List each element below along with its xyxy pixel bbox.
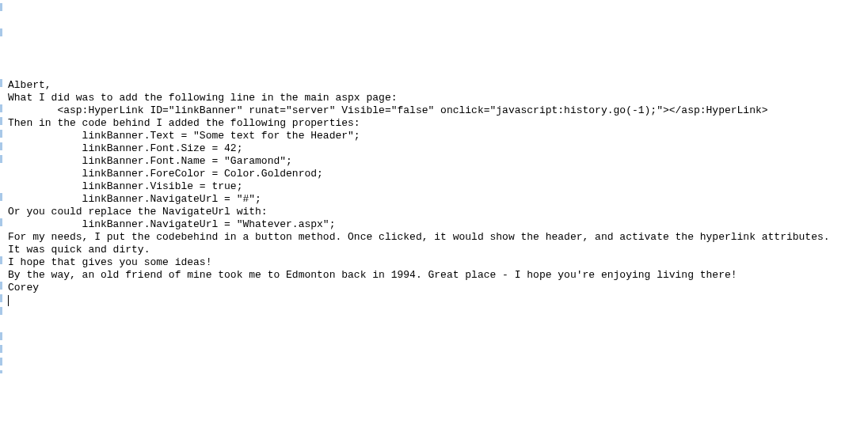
gutter-mark [0, 358, 2, 366]
text-cursor [8, 295, 9, 306]
text-line: It was quick and dirty. [8, 244, 868, 256]
gutter-mark [0, 345, 2, 353]
gutter-mark [0, 294, 2, 302]
text-line: By the way, an old friend of mine took m… [8, 269, 868, 282]
gutter-mark [0, 307, 2, 315]
text-line: Then in the code behind I added the foll… [8, 117, 868, 130]
gutter-mark [0, 332, 2, 340]
gutter-mark [0, 130, 2, 138]
text-line: linkBanner.Visible = true; [8, 180, 868, 193]
gutter-mark [0, 142, 2, 150]
gutter-mark [0, 282, 2, 290]
gutter-mark [0, 28, 2, 36]
text-line: linkBanner.NavigateUrl = "#"; [8, 193, 868, 206]
text-line: I hope that gives you some ideas! [8, 256, 868, 269]
gutter-mark [0, 370, 2, 373]
text-line: linkBanner.ForeColor = Color.Goldenrod; [8, 168, 868, 180]
gutter-mark [0, 3, 2, 11]
text-line: For my needs, I put the codebehind in a … [8, 231, 868, 244]
gutter-mark [0, 218, 2, 226]
text-line: linkBanner.NavigateUrl = "Whatever.aspx"… [8, 218, 868, 231]
gutter-mark [0, 193, 2, 201]
text-line: linkBanner.Text = "Some text for the Hea… [8, 130, 868, 142]
text-line: Or you could replace the NavigateUrl wit… [8, 206, 868, 218]
gutter-mark [0, 79, 2, 87]
text-line: Corey [8, 282, 868, 294]
text-line: linkBanner.Font.Size = 42; [8, 142, 868, 155]
text-line: <asp:HyperLink ID="linkBanner" runat="se… [8, 104, 868, 117]
editor-gutter [0, 0, 3, 373]
gutter-mark [0, 117, 2, 125]
text-line: Albert, [8, 79, 868, 92]
editor-content[interactable]: Albert,What I did was to add the followi… [8, 79, 868, 307]
text-line: linkBanner.Font.Name = "Garamond"; [8, 155, 868, 168]
gutter-mark [0, 256, 2, 264]
gutter-mark [0, 155, 2, 163]
text-line: What I did was to add the following line… [8, 92, 868, 104]
cursor-line [8, 294, 868, 307]
gutter-mark [0, 104, 2, 112]
